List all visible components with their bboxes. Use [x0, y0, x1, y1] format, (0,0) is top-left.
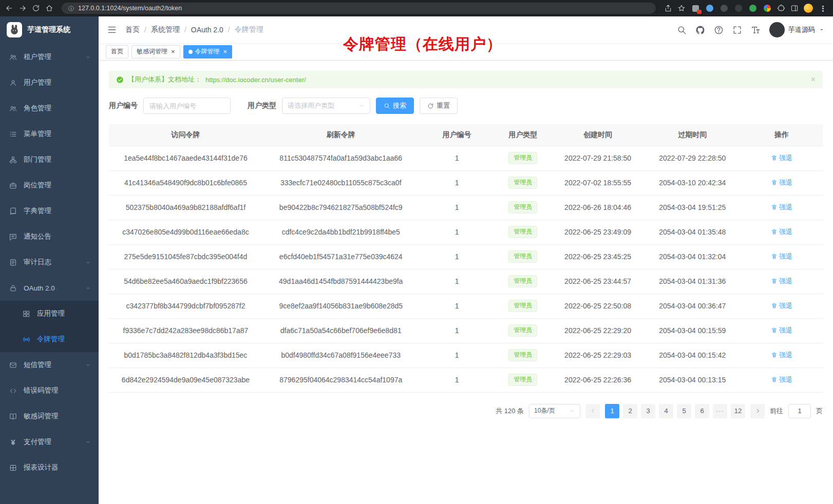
sidebar-item-pay[interactable]: ¥支付管理 — [0, 429, 99, 455]
goto-page-input[interactable] — [788, 404, 811, 418]
sidebar-item-oauth[interactable]: OAuth 2.0 — [0, 275, 99, 301]
trash-icon — [771, 376, 778, 383]
sidebar-item-dict[interactable]: 字典管理 — [0, 198, 99, 224]
tab-token[interactable]: 令牌管理× — [183, 45, 233, 59]
cell-refresh-token: 811c530487574fa0af1a59d3abc1aa66 — [262, 146, 420, 170]
cell-user-type: 管理员 — [495, 343, 552, 367]
column-header: 刷新令牌 — [262, 124, 420, 146]
reload-icon[interactable] — [32, 4, 40, 12]
home-icon[interactable] — [45, 4, 53, 12]
sidebar-item-role[interactable]: 角色管理 — [0, 95, 99, 121]
sidebar-item-sms[interactable]: 短信管理 — [0, 352, 99, 378]
tab-home[interactable]: 首页 — [106, 45, 128, 59]
breadcrumb-item[interactable]: OAuth 2.0 — [191, 26, 223, 34]
tab-close-icon[interactable]: × — [223, 48, 228, 55]
sidebar-item-post[interactable]: 岗位管理 — [0, 172, 99, 198]
user-type-select[interactable]: 请选择用户类型 — [282, 98, 370, 114]
sidebar-item-audit-log[interactable]: 审计日志 — [0, 249, 99, 275]
extension-icon-badged[interactable] — [691, 4, 700, 13]
breadcrumb-item[interactable]: 首页 — [125, 25, 140, 34]
sms-icon — [9, 361, 17, 369]
error-code-icon — [9, 387, 17, 395]
cell-user-type: 管理员 — [495, 294, 552, 318]
trash-icon — [771, 204, 778, 210]
browser-profile-avatar[interactable] — [804, 4, 813, 13]
help-icon[interactable] — [714, 25, 724, 35]
next-page-button[interactable] — [750, 404, 765, 418]
force-logout-button[interactable]: 强退 — [771, 301, 792, 311]
sidebar-item-dept[interactable]: 部门管理 — [0, 147, 99, 172]
back-icon[interactable] — [5, 4, 13, 12]
sidebar-item-notice[interactable]: 通知公告 — [0, 224, 99, 249]
cell-user-type: 管理员 — [495, 318, 552, 343]
extension-icon-blue[interactable] — [705, 4, 714, 13]
force-logout-button[interactable]: 强退 — [771, 326, 792, 335]
browser-chrome: 127.0.0.1:1024/system/oauth2/token ⋮ — [0, 0, 833, 16]
alert-link[interactable]: https://doc.iocoder.cn/user-center/ — [205, 76, 306, 84]
more-pages-button[interactable]: ··· — [713, 404, 727, 418]
sidebar-item-user[interactable]: 用户管理 — [0, 70, 99, 95]
extension-icon-dark-2[interactable] — [734, 4, 743, 13]
user-menu[interactable]: 芋道源码 — [769, 22, 825, 37]
tab-close-icon[interactable]: × — [171, 48, 175, 55]
font-size-icon[interactable] — [751, 25, 761, 35]
cell-access-token: 1ea5e44f8bc1467aaede43144f31de76 — [109, 146, 262, 170]
reset-button[interactable]: 重置 — [420, 98, 458, 114]
page-button-1[interactable]: 1 — [605, 404, 619, 418]
url-bar[interactable]: 127.0.0.1:1024/system/oauth2/token — [62, 3, 656, 14]
force-logout-button[interactable]: 强退 — [771, 227, 792, 237]
page-button-5[interactable]: 5 — [677, 404, 691, 418]
force-logout-button[interactable]: 强退 — [771, 153, 792, 163]
alert-close-icon[interactable]: × — [811, 75, 816, 84]
sidebar-item-menu[interactable]: 菜单管理 — [0, 121, 99, 147]
page-size-select[interactable]: 10条/页 — [529, 404, 580, 418]
force-logout-button[interactable]: 强退 — [771, 351, 792, 360]
sidebar-item-tenant[interactable]: 租户管理 — [0, 44, 99, 70]
force-logout-button[interactable]: 强退 — [771, 375, 792, 384]
github-icon[interactable] — [695, 25, 705, 35]
app-logo[interactable]: 芋道管理系统 — [0, 16, 99, 43]
sidebar-item-sensitive-word[interactable]: 敏感词管理 — [0, 403, 99, 429]
sidebar-item-label: 角色管理 — [24, 104, 51, 113]
share-icon[interactable] — [664, 4, 672, 12]
forward-icon[interactable] — [18, 4, 27, 12]
sidebar-item-token[interactable]: 令牌管理 — [0, 326, 99, 352]
search-icon[interactable] — [677, 25, 687, 35]
page-button-2[interactable]: 2 — [623, 404, 637, 418]
cell-access-token: c347026e805e4d99b0d116eae66eda8c — [109, 220, 262, 244]
page-button-6[interactable]: 6 — [695, 404, 709, 418]
force-logout-button[interactable]: 强退 — [771, 178, 792, 187]
cell-expire-time: 2054-03-04 00:15:59 — [644, 318, 741, 343]
sidebar-item-label: 字典管理 — [24, 206, 51, 216]
sidebar-panel-icon[interactable] — [790, 4, 799, 12]
force-logout-button[interactable]: 强退 — [771, 252, 792, 261]
search-button[interactable]: 搜索 — [376, 98, 414, 114]
user-id-input[interactable] — [143, 98, 231, 114]
breadcrumb: 首页/系统管理/OAuth 2.0/令牌管理 — [125, 25, 263, 34]
extension-icon-green[interactable] — [748, 4, 758, 13]
sidebar-collapse-icon[interactable] — [107, 25, 117, 35]
bookmark-star-icon[interactable] — [677, 4, 686, 12]
page-button-3[interactable]: 3 — [641, 404, 655, 418]
tab-sensitive-word[interactable]: 敏感词管理× — [131, 45, 180, 59]
sidebar-item-label: 令牌管理 — [37, 335, 65, 344]
extensions-puzzle-icon[interactable] — [777, 4, 785, 12]
page-button-4[interactable]: 4 — [659, 404, 673, 418]
force-logout-button[interactable]: 强退 — [771, 203, 792, 212]
sidebar-item-report[interactable]: 报表设计器 — [0, 455, 99, 480]
force-logout-button[interactable]: 强退 — [771, 277, 792, 286]
browser-menu-icon[interactable]: ⋮ — [818, 5, 828, 12]
breadcrumb-item[interactable]: 系统管理 — [151, 25, 180, 34]
sidebar-item-app[interactable]: 应用管理 — [0, 301, 99, 326]
prev-page-button[interactable] — [585, 404, 600, 418]
fullscreen-icon[interactable] — [732, 25, 742, 35]
extension-icon-pinwheel[interactable] — [763, 4, 772, 13]
cell-user-type: 管理员 — [495, 244, 552, 269]
annotation-text: 令牌管理（在线用户） — [343, 34, 502, 55]
extension-icon-dark-1[interactable] — [720, 4, 729, 13]
site-info-icon[interactable] — [68, 5, 74, 12]
sidebar-item-error-code[interactable]: 错误码管理 — [0, 378, 99, 403]
sidebar-item-label: 报表设计器 — [24, 463, 59, 472]
page-button-12[interactable]: 12 — [731, 404, 745, 418]
chevron-down-icon — [85, 260, 91, 265]
